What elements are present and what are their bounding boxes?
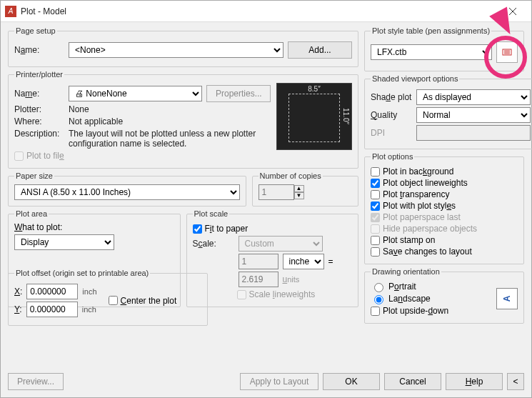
scale-lineweights-label: Scale lineweights (249, 289, 316, 299)
opt-hp-checkbox (371, 224, 380, 234)
where-label: Where: (14, 116, 64, 126)
footer: Preview... Apply to Layout OK Cancel Hel… (1, 369, 531, 397)
plot-to-file-label: Plot to file (26, 151, 64, 161)
portrait-label: Portrait (388, 282, 416, 292)
dpi-label: DPI (371, 128, 412, 138)
printer-name-select[interactable]: 🖨 NoneNone (69, 86, 202, 101)
plotter-label: Plotter: (14, 104, 64, 114)
plot-style-select[interactable]: LFX.ctb (371, 44, 492, 60)
center-plot-label: Center the plot (121, 296, 177, 306)
copies-spinner: ▲▼ (294, 185, 304, 199)
paper-size-group: Paper size ANSI A (8.50 x 11.00 Inches) (8, 171, 246, 207)
plot-to-file-checkbox (14, 151, 24, 161)
ok-button[interactable]: OK (323, 373, 380, 390)
offset-y-unit: inch (82, 305, 96, 314)
opt-sc-checkbox[interactable] (371, 247, 380, 257)
plot-dialog: A Plot - Model Page setup Name: <None> A… (0, 0, 532, 398)
scale-num-input (239, 254, 278, 269)
plotter-value: None (69, 104, 89, 114)
collapse-button[interactable]: < (507, 373, 524, 390)
opt-pl-label: Plot paperspace last (383, 212, 461, 222)
plot-scale-group: Plot scale Fit to paper Scale: Custom in… (186, 209, 359, 307)
opt-so-checkbox[interactable] (371, 236, 380, 245)
plot-style-legend: Plot style table (pen assignments) (371, 26, 491, 35)
fit-to-paper-label: Fit to paper (205, 224, 249, 234)
preview-height: 11.0″ (342, 84, 350, 149)
plot-offset-group: Plot offset (origin set to printable are… (8, 269, 208, 326)
printer-properties-button: Properties... (206, 85, 271, 102)
printer-group: Printer/plotter Name: 🖨 NoneNone Propert… (8, 70, 358, 169)
units-label: units (283, 274, 300, 284)
offset-x-unit: inch (82, 287, 96, 296)
fit-to-paper-checkbox[interactable] (193, 224, 202, 234)
center-plot-checkbox[interactable] (109, 296, 118, 305)
offset-x-label: X: (14, 287, 22, 297)
preview-width: 8.5″ (277, 85, 351, 93)
upside-checkbox[interactable] (371, 307, 380, 316)
scale-unit-select[interactable]: inches (283, 254, 324, 269)
plot-area-legend: Plot area (14, 209, 49, 218)
opt-bg-label: Plot in background (383, 166, 453, 176)
titlebar: A Plot - Model (1, 1, 531, 22)
opt-tr-label: Plot transparency (383, 189, 449, 199)
portrait-radio[interactable] (374, 283, 383, 292)
plot-options-legend: Plot options (371, 152, 414, 161)
orientation-group: Drawing orientation Portrait Landscape P… (364, 267, 524, 324)
opt-lw-checkbox[interactable] (371, 179, 380, 188)
copies-group: Number of copies ▲▼ (252, 171, 358, 207)
printer-name-label: Name: (14, 89, 64, 99)
where-value: Not applicable (69, 116, 123, 126)
page-setup-name-select[interactable]: <None> (69, 42, 283, 58)
copies-input (259, 184, 294, 200)
opt-ps-checkbox[interactable] (371, 202, 380, 211)
orientation-preview: A (496, 288, 518, 309)
offset-y-label: Y: (14, 304, 22, 314)
shaded-group: Shaded viewport options Shade plot As di… (364, 74, 532, 149)
plot-style-edit-icon (501, 46, 513, 58)
plot-style-group: Plot style table (pen assignments) LFX.c… (364, 26, 524, 71)
close-button[interactable] (498, 1, 527, 21)
printer-preview: 8.5″ 11.0″ (276, 83, 352, 150)
orientation-legend: Drawing orientation (371, 267, 441, 276)
landscape-radio[interactable] (374, 295, 383, 304)
plot-options-group: Plot options Plot in background Plot obj… (364, 152, 524, 264)
scale-denom-input (239, 272, 278, 287)
cancel-button[interactable]: Cancel (384, 373, 441, 390)
plot-scale-legend: Plot scale (193, 209, 230, 218)
offset-x-input[interactable] (26, 284, 78, 299)
shaded-legend: Shaded viewport options (371, 74, 459, 83)
help-button[interactable]: Help (446, 373, 503, 390)
scale-label: Scale: (193, 239, 234, 249)
quality-select[interactable]: Normal (416, 107, 531, 123)
what-to-plot-select[interactable]: Display (14, 234, 114, 250)
page-setup-name-label: Name: (14, 45, 64, 55)
equals-label: = (328, 257, 333, 267)
copies-legend: Number of copies (259, 171, 323, 180)
page-setup-legend: Page setup (14, 26, 57, 35)
desc-value: The layout will not be plotted unless a … (69, 129, 271, 149)
opt-bg-checkbox[interactable] (371, 167, 380, 176)
offset-y-input[interactable] (26, 302, 78, 317)
shade-plot-label: Shade plot (371, 92, 412, 102)
page-setup-add-button[interactable]: Add... (288, 41, 352, 59)
paper-size-select[interactable]: ANSI A (8.50 x 11.00 Inches) (14, 184, 240, 200)
opt-lw-label: Plot object lineweights (383, 178, 468, 188)
app-icon: A (5, 6, 16, 17)
opt-tr-checkbox[interactable] (371, 190, 380, 199)
paper-size-legend: Paper size (14, 171, 54, 180)
landscape-label: Landscape (388, 294, 431, 304)
opt-pl-checkbox (371, 213, 380, 222)
printer-legend: Printer/plotter (14, 70, 64, 79)
upside-label: Plot upside-down (383, 306, 448, 316)
apply-to-layout-button: Apply to Layout (240, 373, 318, 390)
window-title: Plot - Model (21, 6, 498, 16)
desc-label: Description: (14, 129, 64, 139)
quality-label: Quality (371, 110, 412, 120)
shade-plot-select[interactable]: As displayed (416, 89, 531, 105)
plot-offset-legend: Plot offset (origin set to printable are… (14, 269, 150, 277)
page-setup-group: Page setup Name: <None> Add... (8, 26, 358, 67)
opt-sc-label: Save changes to layout (383, 247, 472, 257)
opt-so-label: Plot stamp on (383, 235, 435, 245)
scale-select: Custom (239, 236, 323, 252)
plot-style-edit-button[interactable] (496, 41, 518, 63)
